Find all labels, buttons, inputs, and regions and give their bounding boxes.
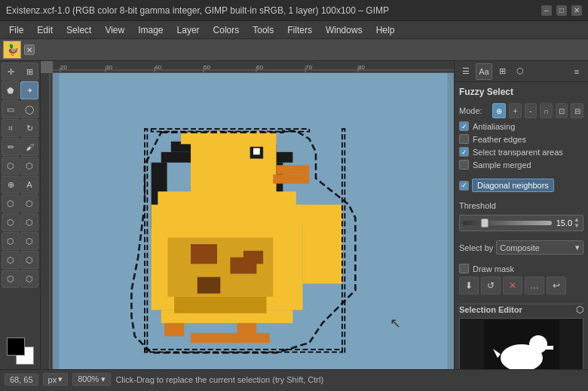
antialiasing-checkbox[interactable]: ✓ — [459, 121, 469, 131]
zoom-selector[interactable]: 800% ▾ — [72, 373, 111, 386]
panel-tab-extra[interactable]: ⬡ — [512, 63, 528, 80]
tool-smudge[interactable]: ⬡ — [2, 232, 20, 250]
svg-rect-32 — [158, 191, 296, 208]
minimize-button[interactable]: – — [541, 5, 552, 16]
threshold-row[interactable]: 15.0 ▲ ▼ — [459, 215, 583, 231]
tool-flip[interactable]: ⬡ — [20, 213, 38, 231]
svg-rect-43 — [191, 333, 230, 343]
tool-ink[interactable]: ⬡ — [20, 270, 38, 288]
sample-merged-checkbox[interactable] — [459, 160, 469, 170]
sel-editor-expand-icon[interactable]: ⬡ — [576, 304, 583, 315]
maximize-button[interactable]: □ — [556, 5, 567, 16]
tool-clone[interactable]: ⬡ — [2, 194, 20, 212]
toolbox: ✛ ⊞ ⬟ ✦ ▭ ◯ ⌗ ↻ ✏ 🖌 ⬡ ⬡ ⊕ A ⬡ ⬡ ⬡ ⬡ ⬡ ⬡ … — [0, 61, 41, 369]
tool-zoom[interactable]: ⊕ — [2, 176, 20, 194]
mode-btn-add[interactable]: + — [509, 103, 522, 118]
svg-text:80: 80 — [358, 64, 365, 71]
action-buttons: ⬇ ↺ ✕ … ↩ — [459, 276, 583, 295]
tool-grid: ✛ ⊞ ⬟ ✦ ▭ ◯ ⌗ ↻ ✏ 🖌 ⬡ ⬡ ⊕ A ⬡ ⬡ ⬡ ⬡ ⬡ ⬡ … — [2, 63, 38, 288]
tool-perspective[interactable]: ⬡ — [2, 213, 20, 231]
action-more-btn[interactable]: … — [525, 276, 544, 295]
tool-free-select[interactable]: ⬟ — [2, 81, 20, 99]
tool-paint[interactable]: 🖌 — [20, 138, 38, 156]
tool-bucket[interactable]: ⬡ — [20, 157, 38, 175]
menu-filters[interactable]: Filters — [281, 23, 318, 37]
layer-tab-row: 🦆 ✕ — [0, 39, 588, 61]
diagonal-neighbors-checkbox[interactable]: ✓ — [459, 181, 469, 191]
panel-tab-layers[interactable]: ☰ — [458, 63, 474, 80]
action-reset-btn[interactable]: ↺ — [481, 276, 501, 295]
panel-tabs: ☰ Aa ⊞ ⬡ ≡ — [455, 61, 588, 82]
tool-move[interactable]: ✛ — [2, 63, 20, 81]
menu-view[interactable]: View — [99, 23, 130, 37]
mode-btn-extra3[interactable]: ⊟ — [571, 103, 583, 118]
panel-tab-text[interactable]: Aa — [476, 63, 492, 80]
select-transparent-checkbox[interactable]: ✓ — [459, 147, 469, 157]
select-by-label: Select by — [459, 243, 493, 252]
zoom-value: 800% — [78, 374, 99, 383]
tool-text[interactable]: A — [20, 176, 38, 194]
tool-dodge[interactable]: ⬡ — [20, 232, 38, 250]
tool-colorpick[interactable]: ⬡ — [2, 270, 20, 288]
mode-btn-extra2[interactable]: ⊡ — [556, 103, 568, 118]
selection-editor: Selection Editor ⬡ — [459, 304, 583, 369]
draw-mask-checkbox[interactable] — [459, 264, 469, 273]
ruler-top: 20 30 40 50 60 70 80 — [53, 61, 454, 73]
select-transparent-label: Select transparent areas — [473, 148, 563, 157]
tool-align[interactable]: ⊞ — [20, 63, 38, 81]
tool-fuzzy-select[interactable]: ✦ — [20, 81, 38, 99]
tool-warp[interactable]: ⬡ — [2, 251, 20, 269]
menu-edit[interactable]: Edit — [31, 23, 59, 37]
menu-tools[interactable]: Tools — [247, 23, 280, 37]
svg-rect-28 — [256, 148, 259, 151]
svg-rect-45 — [230, 333, 269, 343]
menu-windows[interactable]: Windows — [320, 23, 369, 37]
tool-heal[interactable]: ⬡ — [20, 194, 38, 212]
action-delete-btn[interactable]: ✕ — [503, 276, 522, 295]
close-button[interactable]: ✕ — [571, 5, 582, 16]
select-by-dropdown[interactable]: Composite ▾ — [496, 240, 583, 255]
svg-rect-35 — [292, 205, 342, 225]
mode-btn-inter[interactable]: ∩ — [540, 103, 553, 118]
draw-mask-row: Draw mask — [459, 264, 583, 273]
tool-crop[interactable]: ⌗ — [2, 119, 20, 137]
svg-point-52 — [529, 335, 547, 353]
zoom-arrow: ▾ — [101, 374, 106, 383]
tool-measure[interactable]: ⬡ — [20, 251, 38, 269]
menu-help[interactable]: Help — [370, 23, 401, 37]
menu-colors[interactable]: Colors — [207, 23, 246, 37]
canvas-viewport[interactable]: ↖ — [53, 73, 454, 369]
tool-ellipse-select[interactable]: ◯ — [20, 100, 38, 118]
canvas-area[interactable]: 20 30 40 50 60 70 80 — [41, 61, 454, 369]
tool-pencil[interactable]: ✏ — [2, 138, 20, 156]
menu-layer[interactable]: Layer — [171, 23, 206, 37]
color-swatch-container[interactable] — [7, 338, 34, 365]
feather-edges-checkbox[interactable] — [459, 134, 469, 144]
tool-rect-select[interactable]: ▭ — [2, 100, 20, 118]
color-swatches — [2, 334, 38, 368]
panel-tab-grid[interactable]: ⊞ — [494, 63, 510, 80]
panel-config-icon[interactable]: ≡ — [568, 63, 585, 80]
threshold-slider[interactable] — [463, 221, 552, 225]
duck-artwork — [53, 73, 454, 369]
menu-select[interactable]: Select — [60, 23, 97, 37]
unit-selector[interactable]: px ▾ — [43, 373, 69, 386]
diagonal-neighbors-row: ✓ Diagonal neighbors — [459, 179, 583, 192]
ruler-left — [41, 73, 53, 369]
menu-image[interactable]: Image — [132, 23, 169, 37]
svg-rect-34 — [303, 218, 342, 283]
action-download-btn[interactable]: ⬇ — [459, 276, 479, 295]
threshold-slider-handle[interactable] — [481, 218, 488, 228]
layer-close-button[interactable]: ✕ — [24, 44, 35, 55]
tool-erase[interactable]: ⬡ — [2, 157, 20, 175]
layer-thumbnail[interactable]: 🦆 — [3, 41, 21, 59]
mode-btn-sub[interactable]: - — [525, 103, 537, 118]
status-message: Click-Drag to replace the current select… — [115, 375, 583, 384]
mode-btn-active[interactable]: ⊕ — [492, 103, 506, 118]
foreground-color-swatch[interactable] — [7, 338, 25, 356]
action-undo-btn[interactable]: ↩ — [547, 276, 566, 295]
threshold-down[interactable]: ▼ — [574, 223, 580, 229]
menu-file[interactable]: File — [3, 23, 29, 37]
tool-rotate[interactable]: ↻ — [20, 119, 38, 137]
main-layout: ✛ ⊞ ⬟ ✦ ▭ ◯ ⌗ ↻ ✏ 🖌 ⬡ ⬡ ⊕ A ⬡ ⬡ ⬡ ⬡ ⬡ ⬡ … — [0, 61, 588, 369]
